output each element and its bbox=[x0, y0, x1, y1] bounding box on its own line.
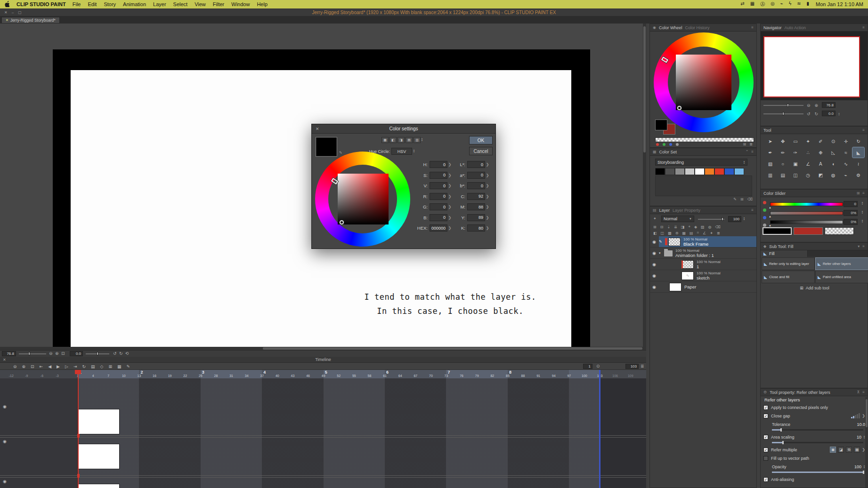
time-machine-icon[interactable]: ◎ bbox=[771, 1, 775, 8]
menu-item-file[interactable]: File bbox=[73, 1, 81, 7]
rotate-canvas-tool[interactable]: ↻ bbox=[852, 136, 864, 146]
field-input[interactable]: 0 bbox=[430, 182, 447, 189]
timeline-frame-label[interactable]: 10 bbox=[122, 374, 126, 377]
merge-to-lower-icon[interactable]: ⇊ bbox=[674, 225, 677, 229]
next-frame-icon[interactable]: ▷ bbox=[65, 364, 68, 369]
timeline-tool[interactable]: ◷ bbox=[802, 170, 814, 180]
zoom-out-icon[interactable]: ⊖ bbox=[49, 351, 53, 356]
sync-status-icon[interactable]: ⇄ bbox=[740, 1, 744, 8]
rotate-ccw-icon[interactable]: ↺ bbox=[113, 351, 117, 356]
display-icon[interactable]: ⌁ bbox=[780, 1, 783, 8]
timeline-close-icon[interactable]: ✕ bbox=[3, 357, 6, 363]
stepper-icon[interactable]: ❯ bbox=[447, 173, 452, 177]
lab-tab-dot[interactable] bbox=[763, 216, 766, 219]
eraser-tool[interactable]: ◺ bbox=[827, 147, 839, 158]
hue-slider-value[interactable]: 0 bbox=[844, 201, 858, 207]
color-swatch-2[interactable] bbox=[665, 168, 675, 175]
navigator-preview[interactable] bbox=[761, 32, 868, 100]
edit-color-set-icon[interactable]: ✎ bbox=[733, 197, 737, 201]
menu-item-layer[interactable]: Layer bbox=[153, 1, 166, 7]
slider-handle[interactable] bbox=[863, 471, 864, 474]
onion-skin-icon[interactable]: ▤ bbox=[690, 231, 693, 235]
tool-settings[interactable]: ⚙ bbox=[852, 170, 864, 180]
move-canvas-tool[interactable]: ✛ bbox=[840, 136, 852, 146]
tool-property-value[interactable]: 10 bbox=[857, 435, 861, 440]
stepper-icon[interactable]: ❯ bbox=[485, 184, 490, 188]
sub-tool-group-tab[interactable]: ◣ Fill bbox=[761, 250, 808, 257]
new-animation-cel-icon[interactable]: ⊞ bbox=[108, 364, 112, 369]
track-visibility-icon[interactable]: ◉ bbox=[3, 439, 7, 444]
layer-row-paper[interactable]: ◉Paper bbox=[650, 281, 756, 293]
zoom-value-box[interactable]: 76.8 bbox=[2, 351, 16, 356]
timeline-menu-icon[interactable]: ≣ bbox=[641, 364, 644, 368]
timeline-frame-label[interactable]: 91 bbox=[536, 374, 540, 377]
tab-layer-property[interactable]: Layer Property bbox=[673, 208, 700, 213]
timeline-frame-label[interactable]: 76 bbox=[460, 374, 463, 377]
timeline-frame-label[interactable]: 22 bbox=[183, 374, 187, 377]
timeline-frame-label[interactable]: 79 bbox=[475, 374, 479, 377]
apple-menu-icon[interactable] bbox=[5, 1, 10, 8]
blend-mode-select[interactable]: Normal ▼ bbox=[661, 216, 694, 222]
timeline-frame-label[interactable]: 37 bbox=[260, 374, 264, 377]
timeline-frame-label[interactable]: 7 bbox=[107, 374, 109, 377]
figure-tool[interactable]: ○ bbox=[777, 159, 789, 169]
stepper-icon[interactable]: ❯ bbox=[447, 162, 452, 167]
timeline-frame-label[interactable]: 70 bbox=[429, 374, 433, 377]
tool-property-scrollbar-thumb[interactable] bbox=[866, 399, 868, 427]
color-mode-columns-icon[interactable]: ▥ bbox=[414, 137, 421, 143]
timeline-start-frame-box[interactable]: 1 bbox=[583, 364, 592, 369]
stepper-icon[interactable]: ❯ bbox=[485, 173, 490, 177]
cancel-button[interactable]: Cancel bbox=[469, 147, 493, 155]
gap-level-bar[interactable] bbox=[855, 415, 856, 418]
material-tool[interactable]: ▤ bbox=[777, 170, 789, 180]
dialog-sv-square[interactable] bbox=[338, 174, 389, 224]
sub-tool-refer-only-to-editing-layer[interactable]: ◣Refer only to editing layer bbox=[762, 257, 815, 270]
checkbox-fill-up-to-vector-path[interactable] bbox=[763, 456, 768, 461]
tab-layer[interactable]: Layer bbox=[659, 208, 670, 213]
color-mode-right-icon[interactable]: ◨ bbox=[397, 137, 405, 143]
timeline-frame-label[interactable]: 19 bbox=[168, 374, 172, 377]
stepper-icon[interactable]: ❯ bbox=[447, 205, 452, 209]
menu-item-story[interactable]: Story bbox=[104, 1, 116, 7]
pen-tool[interactable]: ✒ bbox=[764, 147, 776, 158]
field-input[interactable]: 88 bbox=[467, 203, 485, 210]
lock-layer-icon[interactable]: ◈ bbox=[694, 225, 697, 229]
saturation-slider-value[interactable]: 0% bbox=[844, 210, 858, 216]
timeline-end-frame-box[interactable]: 103 bbox=[625, 364, 639, 369]
layer-visibility-icon[interactable]: ◉ bbox=[652, 285, 658, 289]
rotate-cw-icon[interactable]: ↻ bbox=[119, 351, 123, 356]
menu-item-filter[interactable]: Filter bbox=[213, 1, 224, 7]
timeline-playhead-flag[interactable] bbox=[75, 370, 81, 374]
sub-tool-refer-other-layers[interactable]: ◣Refer other layers bbox=[815, 257, 868, 270]
specify-cel-icon[interactable]: ▦ bbox=[117, 364, 122, 369]
stepper-icon[interactable]: ❯ bbox=[485, 162, 490, 167]
timeline-frame-label[interactable]: 13 bbox=[138, 374, 141, 377]
blue-channel-dot[interactable] bbox=[669, 143, 672, 146]
search-layer-icon[interactable]: ⊚ bbox=[675, 231, 679, 235]
nav-zoom-in-icon[interactable]: ⊕ bbox=[815, 103, 819, 108]
app-name-menu[interactable]: CLIP STUDIO PAINT bbox=[16, 1, 66, 7]
panel-menu-icon[interactable]: ≡ bbox=[862, 390, 865, 394]
eyedropper-tool[interactable]: ✐ bbox=[815, 136, 827, 146]
color-mode-left-icon[interactable]: ◧ bbox=[389, 137, 397, 143]
collapse-icon[interactable]: ⌃ bbox=[746, 150, 749, 154]
reset-view-icon[interactable]: ⟲ bbox=[125, 351, 129, 356]
layer-row-animation-folder-1[interactable]: ◉▾100 % NormalAnimation folder : 1 bbox=[650, 248, 756, 259]
balloon-tool[interactable]: ◖ bbox=[827, 159, 839, 169]
new-raster-layer-icon[interactable]: ⊞ bbox=[653, 225, 657, 229]
zoom-tool[interactable]: ⊙ bbox=[827, 136, 839, 146]
go-last-frame-icon[interactable]: ⇥ bbox=[73, 364, 77, 369]
layer-opacity-value[interactable]: 100 bbox=[728, 216, 741, 222]
dialog-sv-marker[interactable] bbox=[340, 220, 344, 224]
slider-handle[interactable] bbox=[780, 428, 782, 432]
color-swatch-8[interactable] bbox=[724, 168, 734, 175]
fill-tool[interactable]: ◣ bbox=[852, 147, 864, 158]
rotation-slider-handle[interactable] bbox=[97, 352, 98, 355]
layer-visibility-icon[interactable]: ◉ bbox=[652, 262, 658, 267]
stepper-icon[interactable]: ❯ bbox=[447, 184, 452, 188]
menubar-clock[interactable]: Mon Jan 12 1:10 AM bbox=[816, 1, 863, 7]
gap-level-bar[interactable] bbox=[857, 414, 858, 418]
menu-item-help[interactable]: Help bbox=[257, 1, 268, 7]
timeline-frame-label[interactable]: 85 bbox=[506, 374, 510, 377]
gray-tab-dot[interactable] bbox=[763, 224, 766, 227]
